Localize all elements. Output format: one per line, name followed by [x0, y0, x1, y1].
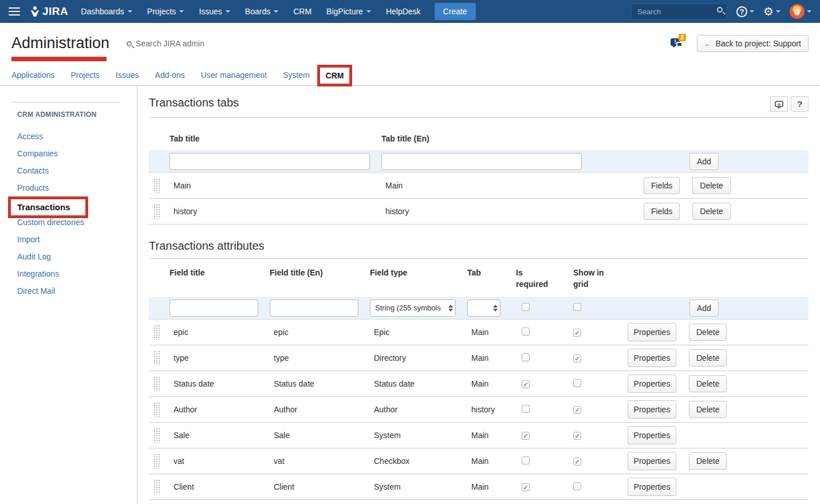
feedback-notification-icon[interactable]: ! 3: [671, 36, 688, 51]
drag-handle-icon[interactable]: [153, 402, 160, 417]
main-nav: Dashboards Projects Issues Boards CRM Bi…: [81, 7, 420, 16]
is-required-checkbox[interactable]: [522, 380, 530, 388]
global-search-input[interactable]: [631, 3, 727, 19]
create-button[interactable]: Create: [435, 3, 476, 20]
sidebar-item-companies[interactable]: Companies: [17, 145, 137, 162]
sidebar-item-products[interactable]: Products: [17, 179, 137, 196]
properties-button[interactable]: Properties: [628, 375, 676, 393]
field-type-cell: Status date: [370, 379, 467, 388]
drag-handle-icon[interactable]: [153, 428, 160, 443]
add-tab-button[interactable]: Add: [689, 153, 719, 170]
tab-cell: Main: [467, 482, 516, 491]
feedback-button[interactable]: +: [770, 96, 788, 112]
sidebar-item-contacts[interactable]: Contacts: [17, 162, 137, 179]
nav-boards[interactable]: Boards: [245, 7, 278, 16]
tab-cell: Main: [467, 456, 516, 466]
is-required-checkbox[interactable]: [522, 353, 530, 361]
brand-text: JIRA: [42, 5, 68, 18]
is-required-checkbox[interactable]: [522, 405, 530, 413]
properties-button[interactable]: Properties: [628, 478, 676, 496]
drag-handle-icon[interactable]: [153, 204, 160, 219]
field-title-en-input[interactable]: [270, 300, 358, 317]
delete-button[interactable]: Delete: [689, 401, 727, 418]
delete-button[interactable]: Delete: [692, 177, 730, 194]
tab-applications[interactable]: Applications: [11, 70, 55, 80]
show-in-grid-checkbox[interactable]: [573, 355, 581, 363]
is-required-checkbox[interactable]: [522, 483, 530, 491]
delete-button[interactable]: Delete: [689, 375, 727, 392]
search-icon[interactable]: [717, 7, 723, 13]
user-menu[interactable]: [790, 4, 811, 19]
tab-title-input[interactable]: [169, 153, 370, 170]
delete-button[interactable]: Delete: [689, 452, 727, 470]
nav-projects[interactable]: Projects: [147, 7, 184, 16]
sidebar-item-audit-log[interactable]: Audit Log: [17, 248, 137, 265]
help-button[interactable]: ?: [791, 96, 809, 112]
show-in-grid-checkbox[interactable]: [573, 458, 581, 466]
select-stepper-icon: [490, 305, 498, 312]
is-required-checkbox[interactable]: [522, 328, 530, 336]
drag-handle-icon[interactable]: [153, 178, 160, 193]
delete-button[interactable]: Delete: [689, 349, 727, 367]
sidebar-item-access[interactable]: Access: [17, 128, 137, 145]
drag-handle-icon[interactable]: [153, 325, 160, 340]
admin-settings-menu[interactable]: ⚙: [763, 6, 780, 17]
column-header-tab-title: Tab title: [169, 134, 381, 143]
tab-title-en-cell: Main: [381, 181, 644, 190]
sidebar-item-direct-mail[interactable]: Direct Mail: [17, 282, 137, 300]
nav-helpdesk[interactable]: HelpDesk: [386, 7, 421, 16]
add-attribute-button[interactable]: Add: [689, 300, 719, 317]
tab-issues[interactable]: Issues: [116, 70, 139, 80]
show-in-grid-checkbox[interactable]: [573, 379, 581, 387]
properties-button[interactable]: Properties: [628, 426, 676, 444]
back-to-project-button[interactable]: ← Back to project: Support: [697, 35, 809, 52]
tab-title-en-input[interactable]: [381, 153, 582, 170]
drag-handle-icon[interactable]: [153, 454, 160, 468]
field-type-cell: System: [370, 482, 467, 491]
nav-issues[interactable]: Issues: [199, 7, 230, 16]
fields-button[interactable]: Fields: [644, 177, 680, 194]
feedback-bubble-icon: +: [775, 101, 783, 107]
table-row-attr-author: Author Author Author history Properties …: [149, 397, 809, 423]
show-in-grid-checkbox[interactable]: [573, 329, 581, 337]
is-required-checkbox[interactable]: [522, 303, 530, 311]
is-required-checkbox[interactable]: [522, 432, 530, 440]
sidebar-item-transactions[interactable]: Transactions: [17, 196, 137, 214]
tab-crm[interactable]: CRM: [326, 71, 344, 80]
show-in-grid-checkbox[interactable]: [573, 482, 581, 490]
fields-button[interactable]: Fields: [644, 203, 680, 220]
properties-button[interactable]: Properties: [628, 400, 676, 419]
is-required-checkbox[interactable]: [522, 456, 530, 464]
delete-button[interactable]: Delete: [692, 203, 730, 220]
tab-user-management[interactable]: User management: [201, 70, 267, 80]
help-menu[interactable]: ?: [736, 6, 754, 17]
hamburger-menu-icon[interactable]: [9, 7, 20, 15]
drag-handle-icon[interactable]: [153, 376, 160, 391]
chevron-down-icon: [226, 10, 230, 13]
tab-system[interactable]: System: [283, 70, 310, 80]
nav-crm[interactable]: CRM: [293, 7, 312, 16]
admin-search-input[interactable]: [136, 39, 239, 48]
sidebar-item-import[interactable]: Import: [17, 231, 137, 248]
chevron-down-icon: [179, 10, 184, 13]
sidebar-item-integrations[interactable]: Integrations: [17, 265, 137, 282]
properties-button[interactable]: Properties: [628, 323, 676, 341]
show-in-grid-checkbox[interactable]: [573, 303, 581, 311]
table-row-tab-history: history history Fields Delete: [149, 199, 809, 225]
delete-button[interactable]: Delete: [689, 324, 727, 341]
properties-button[interactable]: Properties: [628, 349, 676, 367]
drag-handle-icon[interactable]: [153, 479, 160, 494]
properties-button[interactable]: Properties: [628, 452, 676, 470]
jira-logo[interactable]: JIRA: [30, 5, 68, 18]
tab-add-ons[interactable]: Add-ons: [155, 70, 185, 80]
show-in-grid-checkbox[interactable]: [573, 406, 581, 414]
nav-dashboards[interactable]: Dashboards: [81, 7, 132, 16]
tab-projects[interactable]: Projects: [71, 70, 100, 80]
tab-select[interactable]: [467, 300, 500, 317]
field-title-input[interactable]: [169, 300, 258, 317]
show-in-grid-checkbox[interactable]: [573, 432, 581, 440]
drag-handle-icon[interactable]: [153, 351, 160, 365]
field-type-select[interactable]: String (255 symbols: [370, 300, 456, 317]
nav-bigpicture[interactable]: BigPicture: [326, 7, 371, 16]
field-title-en-cell: epic: [270, 328, 370, 337]
